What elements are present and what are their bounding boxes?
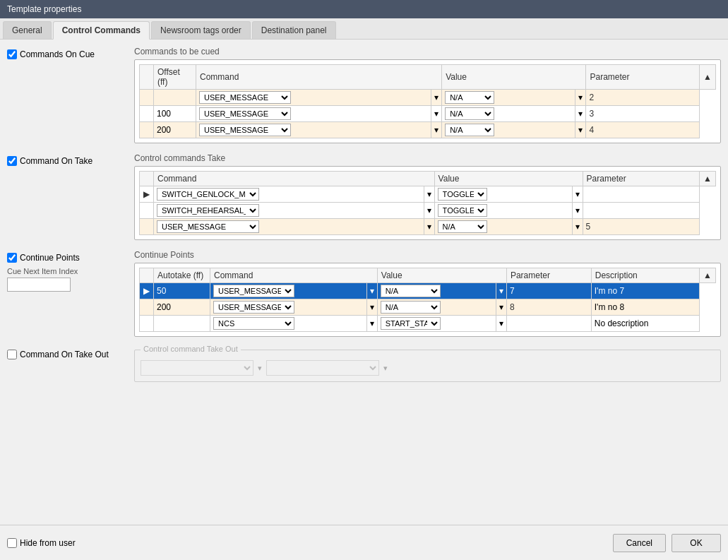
commands-on-cue-right: Commands to be cued Offset (ff) Command … bbox=[134, 47, 721, 143]
continue-points-checkbox-label[interactable]: Continue Points bbox=[7, 253, 134, 263]
row-indicator bbox=[140, 219, 154, 235]
cell-param: 5 bbox=[583, 219, 700, 235]
table-row: SWITCH_REHEARSAL_MODE ▾ TOGGLE ▾ bbox=[140, 203, 716, 219]
value-select[interactable]: N/A bbox=[381, 301, 441, 314]
command-select[interactable]: NCS bbox=[213, 317, 294, 330]
take-out-legend: Control command Take Out bbox=[141, 345, 241, 353]
commands-on-cue-title: Commands to be cued bbox=[134, 47, 721, 56]
command-on-take-out-checkbox[interactable] bbox=[7, 350, 17, 359]
cell-desc: I'm no 7 bbox=[591, 283, 699, 299]
cell-param bbox=[583, 186, 700, 203]
table-row: ▶ 50 USER_MESSAGE ▾ N/A ▾ 7 I'm no 7 bbox=[140, 283, 716, 299]
th-autotake: Autotake (ff) bbox=[154, 268, 210, 283]
cancel-button[interactable]: Cancel bbox=[613, 534, 666, 552]
continue-points-group: Autotake (ff) Command Value Parameter De… bbox=[134, 263, 721, 337]
command-select[interactable]: SWITCH_GENLOCK_MODE bbox=[157, 188, 259, 201]
table-row: NCS ▾ START_STATUS ▾ No description bbox=[140, 316, 716, 332]
command-select[interactable]: USER_MESSAGE bbox=[199, 107, 291, 120]
continue-points-section: Continue Points Cue Next Item Index Cont… bbox=[7, 250, 721, 337]
th-value-2: Value bbox=[434, 172, 583, 186]
value-select[interactable]: N/A bbox=[445, 107, 494, 120]
tab-destination-panel[interactable]: Destination panel bbox=[252, 21, 336, 39]
commands-on-cue-left: Commands On Cue bbox=[7, 47, 134, 59]
row-indicator bbox=[140, 106, 154, 122]
row-indicator bbox=[140, 90, 154, 106]
continue-points-table: Autotake (ff) Command Value Parameter De… bbox=[139, 268, 716, 332]
tab-general[interactable]: General bbox=[3, 21, 52, 39]
cell-value: N/A bbox=[377, 283, 496, 299]
bottom-left: Hide from user bbox=[7, 538, 613, 548]
table-row: USER_MESSAGE ▾ N/A ▾ 5 bbox=[140, 219, 716, 235]
th-command-2: Command bbox=[154, 172, 435, 186]
tab-control-commands[interactable]: Control Commands bbox=[53, 21, 150, 40]
take-out-row: ▾ ▾ bbox=[141, 360, 715, 376]
command-on-take-checkbox-label[interactable]: Command On Take bbox=[7, 156, 134, 166]
command-select[interactable]: USER_MESSAGE bbox=[199, 124, 291, 136]
th-scroll-1: ▲ bbox=[700, 65, 716, 90]
table-row: ▶ SWITCH_GENLOCK_MODE ▾ TOGGLE ▾ bbox=[140, 186, 716, 203]
main-content: Commands On Cue Commands to be cued Offs… bbox=[0, 40, 728, 520]
table-row: 200 USER_MESSAGE ▾ N/A ▾ 4 bbox=[140, 122, 716, 138]
commands-on-cue-checkbox-label[interactable]: Commands On Cue bbox=[7, 49, 134, 59]
title-text: Template properties bbox=[7, 4, 81, 14]
th-param-3: Parameter bbox=[506, 268, 591, 283]
command-on-take-out-checkbox-label[interactable]: Command On Take Out bbox=[7, 350, 134, 359]
cell-value: TOGGLE bbox=[434, 203, 572, 219]
row-indicator bbox=[140, 203, 154, 219]
cell-desc: No description bbox=[591, 316, 699, 332]
value-select[interactable]: TOGGLE bbox=[438, 204, 487, 217]
command-select[interactable]: USER_MESSAGE bbox=[157, 220, 259, 233]
value-select[interactable]: N/A bbox=[445, 124, 494, 136]
hide-from-user-label[interactable]: Hide from user bbox=[7, 538, 76, 548]
value-select[interactable]: N/A bbox=[445, 91, 494, 104]
cell-value: N/A bbox=[434, 219, 572, 235]
hide-from-user-checkbox[interactable] bbox=[7, 538, 17, 548]
take-out-value-select bbox=[266, 360, 379, 376]
command-select[interactable]: USER_MESSAGE bbox=[199, 91, 291, 104]
command-on-take-title: Control commands Take bbox=[134, 153, 721, 163]
cue-next-item-label: Cue Next Item Index bbox=[7, 267, 134, 275]
command-on-take-checkbox[interactable] bbox=[7, 156, 17, 166]
command-on-take-out-right: Control command Take Out ▾ ▾ bbox=[134, 347, 721, 382]
cue-next-item-input[interactable] bbox=[7, 278, 71, 292]
cell-desc: I'm no 8 bbox=[591, 299, 699, 316]
command-on-take-left: Command On Take bbox=[7, 153, 134, 166]
value-select[interactable]: N/A bbox=[438, 220, 487, 233]
command-on-take-table: Command Value Parameter ▲ ▶ SWITCH_GENLO… bbox=[139, 171, 716, 235]
cell-value: N/A bbox=[377, 299, 496, 316]
value-select[interactable]: START_STATUS bbox=[381, 317, 441, 330]
command-select[interactable]: SWITCH_REHEARSAL_MODE bbox=[157, 204, 259, 217]
continue-points-checkbox[interactable] bbox=[7, 253, 17, 263]
cell-value: N/A bbox=[442, 90, 575, 106]
th-indicator-3 bbox=[140, 268, 154, 283]
table-row: USER_MESSAGE ▾ N/A ▾ 2 bbox=[140, 90, 716, 106]
cell-command: USER_MESSAGE bbox=[196, 90, 431, 106]
cell-offset bbox=[154, 90, 196, 106]
th-scroll-3: ▲ bbox=[700, 268, 716, 283]
table-row: 200 USER_MESSAGE ▾ N/A ▾ 8 I'm no 8 bbox=[140, 299, 716, 316]
commands-on-cue-checkbox[interactable] bbox=[7, 49, 17, 59]
th-indicator-1 bbox=[140, 65, 154, 90]
th-value-1: Value bbox=[442, 65, 586, 90]
ok-button[interactable]: OK bbox=[672, 534, 721, 552]
value-select[interactable]: TOGGLE bbox=[438, 188, 487, 201]
cell-command: USER_MESSAGE bbox=[196, 122, 431, 138]
th-value-3: Value bbox=[377, 268, 506, 283]
th-command-3: Command bbox=[210, 268, 378, 283]
row-indicator bbox=[140, 316, 154, 332]
take-out-group: Control command Take Out ▾ ▾ bbox=[134, 350, 721, 382]
command-select[interactable]: USER_MESSAGE bbox=[213, 301, 294, 314]
command-select[interactable]: USER_MESSAGE bbox=[213, 285, 294, 297]
row-indicator bbox=[140, 122, 154, 138]
value-select[interactable]: N/A bbox=[381, 285, 441, 297]
command-on-take-out-left: Command On Take Out bbox=[7, 347, 134, 359]
cell-param bbox=[506, 316, 591, 332]
row-indicator bbox=[140, 299, 154, 316]
th-command-1: Command bbox=[196, 65, 442, 90]
command-on-take-section: Command On Take Control commands Take Co… bbox=[7, 153, 721, 240]
th-desc: Description bbox=[591, 268, 699, 283]
cell-param: 2 bbox=[586, 90, 700, 106]
take-out-command-select bbox=[141, 360, 253, 376]
command-on-take-group: Command Value Parameter ▲ ▶ SWITCH_GENLO… bbox=[134, 166, 721, 240]
tab-newsroom-tags[interactable]: Newsroom tags order bbox=[151, 21, 251, 39]
